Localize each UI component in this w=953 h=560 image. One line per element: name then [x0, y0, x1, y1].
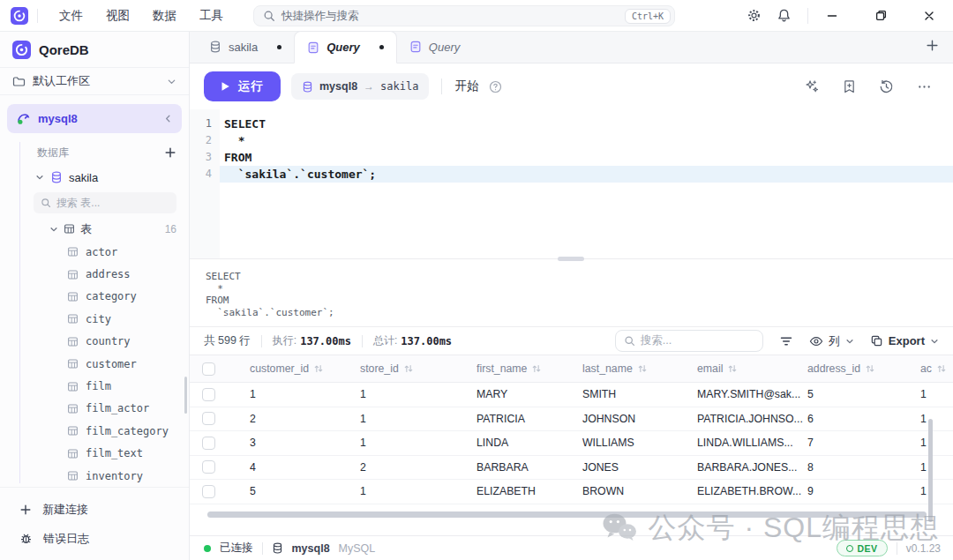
workspace-selector[interactable]: 默认工作区 [0, 67, 189, 95]
vertical-scrollbar[interactable] [928, 419, 933, 522]
export-label: Export [889, 334, 925, 347]
connection-context-selector[interactable]: mysql8 → sakila [291, 73, 429, 100]
database-node-sakila[interactable]: sakila [0, 165, 189, 190]
table-row[interactable]: 51ELIZABETHBROWNELIZABETH.BROW...91 [190, 480, 953, 504]
filter-icon[interactable] [779, 334, 793, 348]
table-cell: BROWN [582, 485, 697, 497]
start-label[interactable]: 开始 [454, 78, 478, 94]
table-row[interactable]: 21PATRICIAJOHNSONPATRICIA.JOHNSO...61 [190, 407, 953, 432]
column-header-email[interactable]: email [697, 362, 807, 375]
chevron-down-icon [930, 337, 939, 346]
sidebar-table-item[interactable]: actor [0, 241, 189, 263]
chevron-left-icon[interactable] [163, 114, 173, 123]
play-icon [221, 81, 230, 92]
sidebar-table-item[interactable]: customer [0, 353, 189, 375]
database-icon [302, 81, 313, 93]
bookmark-save-button[interactable] [843, 79, 856, 94]
table-row[interactable]: 11MARYSMITHMARY.SMITH@sak...51 [190, 383, 953, 407]
sidebar-table-item[interactable]: inventory [0, 465, 189, 487]
exec-time-value: 137.00ms [300, 335, 351, 347]
menu-item-file[interactable]: 文件 [59, 8, 83, 24]
editor-line[interactable]: 1 SELECT [190, 116, 953, 132]
new-connection-button[interactable]: 新建连接 [0, 495, 189, 524]
restore-button[interactable] [867, 4, 894, 27]
table-search-input[interactable]: 搜索 表... [34, 192, 176, 213]
tab-query-active[interactable]: Query [294, 31, 397, 63]
column-header-last_name[interactable]: last_name [582, 362, 697, 375]
tab-sakila[interactable]: sakila [197, 31, 294, 63]
row-checkbox[interactable] [202, 388, 215, 401]
table-item-label: address [86, 268, 131, 280]
table-cell: ELIZABETH.BROW... [697, 485, 807, 497]
status-connection-name[interactable]: mysql8 [292, 542, 330, 555]
settings-button[interactable] [740, 4, 767, 27]
table-grid-icon [67, 358, 79, 370]
sidebar-table-item[interactable]: address [0, 263, 189, 285]
table-cell: JOHNSON [582, 413, 697, 425]
table-list: actor address category city country cust… [0, 241, 189, 487]
sidebar-table-item[interactable]: city [0, 308, 189, 330]
new-tab-button[interactable] [926, 39, 939, 52]
tables-group-node[interactable]: 表 16 [0, 217, 189, 241]
horizontal-scrollbar[interactable] [207, 511, 927, 518]
row-checkbox[interactable] [202, 412, 215, 425]
menu-item-tools[interactable]: 工具 [199, 8, 223, 24]
add-database-button[interactable] [164, 146, 176, 159]
row-checkbox[interactable] [202, 437, 215, 450]
sidebar-table-item[interactable]: category [0, 286, 189, 308]
history-button[interactable] [879, 79, 894, 94]
split-drag-handle[interactable] [558, 257, 584, 261]
table-cell: 1 [920, 485, 953, 497]
sidebar-table-item[interactable]: country [0, 331, 189, 353]
row-checkbox[interactable] [202, 460, 215, 474]
export-button[interactable]: Export [870, 334, 939, 347]
sidebar-table-item[interactable]: film_actor [0, 398, 189, 420]
notifications-bell-button[interactable] [770, 4, 797, 27]
column-header-store_id[interactable]: store_id [360, 362, 476, 375]
sidebar-table-item[interactable]: film [0, 375, 189, 397]
close-button[interactable] [916, 4, 942, 27]
sidebar-table-item[interactable]: film_category [0, 420, 189, 442]
table-cell: 1 [920, 437, 953, 449]
database-icon [50, 171, 63, 183]
sidebar-scrollbar[interactable] [184, 377, 187, 414]
global-search-input[interactable]: 快捷操作与搜索 Ctrl+K [253, 5, 675, 26]
table-grid-icon [67, 381, 79, 392]
columns-visibility-button[interactable]: 列 [809, 333, 854, 349]
editor-line[interactable]: 4 `sakila`.`customer`; [190, 166, 953, 183]
select-all-checkbox[interactable] [202, 362, 215, 376]
menu-item-view[interactable]: 视图 [106, 8, 130, 24]
results-search-input[interactable]: 搜索... [615, 330, 763, 352]
table-cell: BARBARA.JONES... [697, 461, 807, 474]
table-row[interactable]: 42BARBARAJONESBARBARA.JONES...81 [190, 456, 953, 481]
run-query-button[interactable]: 运行 [204, 71, 281, 101]
table-cell: 4 [250, 461, 360, 474]
table-item-label: category [86, 290, 137, 302]
tab-query-2[interactable]: Query [397, 31, 472, 63]
menu-item-data[interactable]: 数据 [153, 8, 176, 24]
error-log-button[interactable]: 错误日志 [0, 524, 189, 553]
table-row[interactable]: 31LINDAWILLIAMSLINDA.WILLIAMS...71 [190, 431, 953, 456]
minimize-button[interactable] [819, 4, 845, 27]
table-cell: ELIZABETH [476, 485, 582, 497]
row-checkbox[interactable] [202, 485, 215, 498]
help-icon[interactable] [489, 80, 502, 93]
column-header-address_id[interactable]: address_id [807, 362, 920, 375]
title-bar: 文件 视图 数据 工具 快捷操作与搜索 Ctrl+K [0, 0, 953, 32]
column-header-customer_id[interactable]: customer_id [250, 362, 360, 375]
sql-editor[interactable]: 1 SELECT 2 * 3 FROM 4 `sakila`.`customer… [190, 109, 953, 258]
ai-sparkles-button[interactable] [804, 78, 820, 94]
line-code: SELECT [220, 116, 953, 132]
search-icon [41, 198, 51, 208]
qoredb-logo-icon [12, 41, 31, 59]
connection-item-mysql8[interactable]: mysql8 [7, 104, 182, 133]
column-header-first_name[interactable]: first_name [476, 362, 582, 375]
chevron-down-icon [845, 337, 854, 346]
editor-line[interactable]: 3 FROM [190, 149, 953, 166]
sidebar-table-item[interactable]: film_text [0, 443, 189, 465]
column-header-ac[interactable]: ac [920, 362, 953, 375]
table-grid-icon [67, 403, 79, 414]
sidebar: QoreDB 默认工作区 mysql8 数据库 [0, 32, 190, 560]
editor-line[interactable]: 2 * [190, 132, 953, 149]
more-options-button[interactable] [917, 79, 932, 94]
